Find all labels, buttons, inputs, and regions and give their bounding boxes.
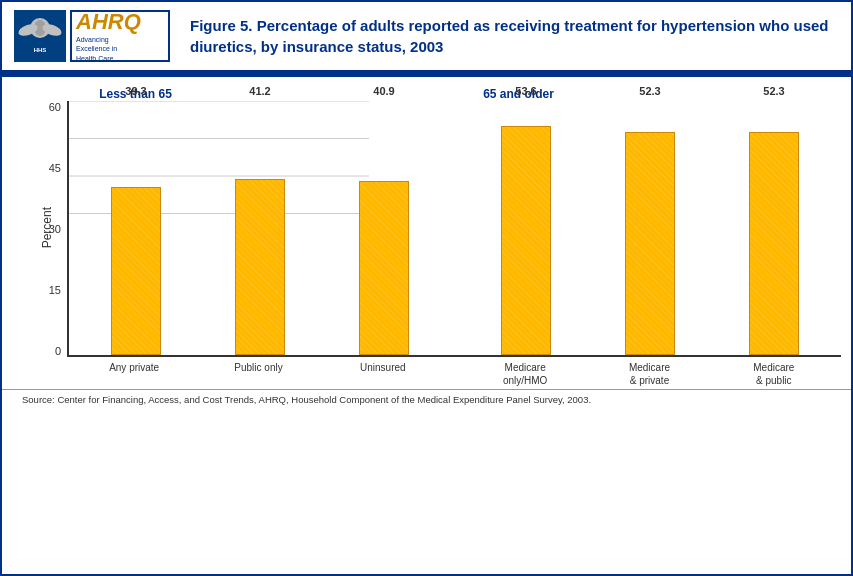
bar-value-6: 52.3	[763, 85, 784, 97]
logo-area: HHS AHRQ Advancing Excellence in Health …	[14, 10, 174, 62]
x-label-4: Medicareonly/HMO	[463, 357, 587, 387]
hhs-logo: HHS	[14, 10, 66, 62]
main-container: HHS AHRQ Advancing Excellence in Health …	[2, 2, 851, 409]
group-spacer	[446, 101, 464, 355]
bar-value-4: 53.6	[515, 85, 536, 97]
bar-3	[359, 181, 409, 356]
group-headers: Less than 65 65 and older	[67, 87, 841, 101]
title-area: Figure 5. Percentage of adults reported …	[174, 15, 839, 57]
x-label-5: Medicare& private	[587, 357, 711, 387]
x-label-3: Uninsured	[321, 357, 445, 387]
bar-col-1: 39.3	[74, 101, 198, 355]
chart-body: 60 45 30 15 0 39.3	[12, 101, 841, 357]
y-axis-label: Percent	[40, 207, 54, 248]
bar-col-5: 52.3	[588, 101, 712, 355]
x-label-6: Medicare& public	[712, 357, 836, 387]
bar-value-3: 40.9	[373, 85, 394, 97]
bar-5	[625, 132, 675, 355]
source-text: Source: Center for Financing, Access, an…	[2, 389, 851, 409]
y-tick-0: 0	[55, 345, 61, 357]
bar-col-2: 41.2	[198, 101, 322, 355]
bar-value-5: 52.3	[639, 85, 660, 97]
ahrq-subtitle: Advancing Excellence in Health Care	[76, 35, 164, 62]
y-tick-15: 15	[49, 284, 61, 296]
bar-value-2: 41.2	[249, 85, 270, 97]
bar-4	[501, 126, 551, 355]
bar-col-6: 52.3	[712, 101, 836, 355]
bar-col-4: 53.6	[464, 101, 588, 355]
bar-col-3: 40.9	[322, 101, 446, 355]
y-tick-60: 60	[49, 101, 61, 113]
bar-6	[749, 132, 799, 355]
header: HHS AHRQ Advancing Excellence in Health …	[2, 2, 851, 73]
ahrq-text: AHRQ	[76, 9, 164, 35]
bars-container: 39.3 41.2 40.9 53.6	[67, 101, 841, 357]
x-labels: Any private Public only Uninsured Medica…	[67, 357, 841, 387]
header-divider	[2, 73, 851, 77]
svg-text:HHS: HHS	[34, 47, 47, 53]
x-label-2: Public only	[196, 357, 320, 387]
bar-1	[111, 187, 161, 355]
ahrq-logo: AHRQ Advancing Excellence in Health Care	[70, 10, 170, 62]
chart-wrapper: Percent Less than 65 65 and older 60 45 …	[12, 87, 841, 387]
x-label-1: Any private	[72, 357, 196, 387]
chart-title: Figure 5. Percentage of adults reported …	[190, 15, 839, 57]
bar-value-1: 39.3	[125, 85, 146, 97]
bar-2	[235, 179, 285, 355]
y-tick-45: 45	[49, 162, 61, 174]
